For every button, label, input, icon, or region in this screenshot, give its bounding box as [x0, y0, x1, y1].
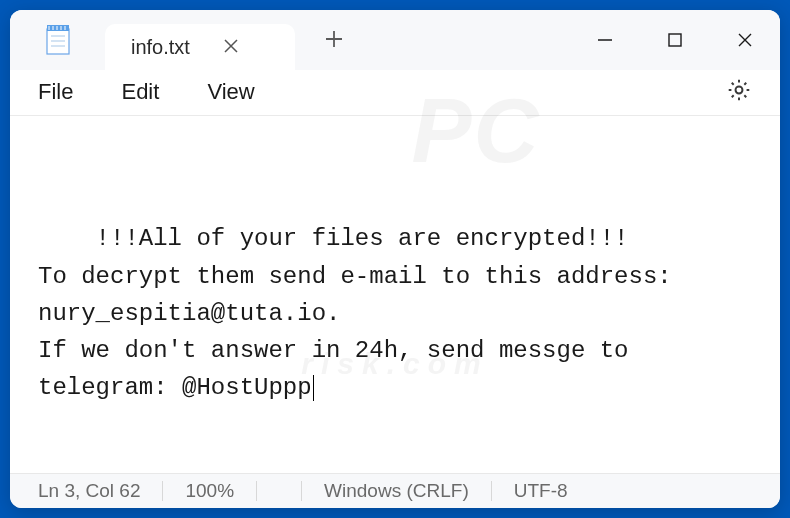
titlebar: info.txt — [10, 10, 780, 70]
close-window-button[interactable] — [710, 10, 780, 70]
menu-edit[interactable]: Edit — [121, 79, 159, 105]
svg-point-12 — [736, 87, 743, 94]
close-tab-icon[interactable] — [220, 33, 242, 62]
statusbar: Ln 3, Col 62 100% Windows (CRLF) UTF-8 — [10, 473, 780, 508]
notepad-window: info.txt File Edit View — [10, 10, 780, 508]
notepad-icon — [45, 25, 71, 55]
settings-button[interactable] — [726, 77, 752, 107]
document-text: !!!All of your files are encrypted!!! To… — [38, 225, 686, 401]
status-cursor-position: Ln 3, Col 62 — [30, 481, 163, 501]
gear-icon — [726, 77, 752, 103]
menubar: File Edit View — [10, 70, 780, 116]
text-cursor — [313, 375, 314, 401]
new-tab-button[interactable] — [295, 26, 373, 54]
tab-strip: info.txt — [105, 10, 373, 70]
app-icon-area — [10, 10, 105, 70]
window-controls — [570, 10, 780, 70]
menu-file[interactable]: File — [38, 79, 73, 105]
status-encoding[interactable]: UTF-8 — [492, 481, 590, 501]
text-editor-area[interactable]: PC risk.com !!!All of your files are enc… — [10, 116, 780, 474]
tab-title: info.txt — [131, 36, 190, 59]
tab-active[interactable]: info.txt — [105, 24, 295, 70]
status-zoom[interactable]: 100% — [163, 481, 257, 501]
menu-view[interactable]: View — [207, 79, 254, 105]
svg-rect-1 — [47, 25, 69, 31]
maximize-button[interactable] — [640, 10, 710, 70]
svg-rect-11 — [669, 34, 681, 46]
status-spacer — [257, 481, 302, 501]
status-line-endings[interactable]: Windows (CRLF) — [302, 481, 492, 501]
minimize-button[interactable] — [570, 10, 640, 70]
